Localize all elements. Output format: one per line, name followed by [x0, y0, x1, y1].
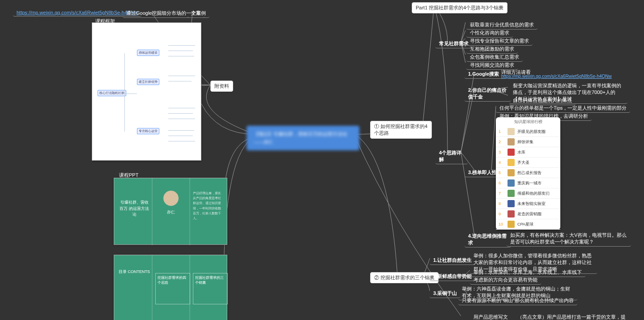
rank-row-7: 8未来智能实验室 — [496, 199, 560, 209]
ppt-title: 引爆社群、营收百万 的运营方法论 — [119, 200, 150, 218]
rank-row-2: 3水库 — [496, 147, 560, 158]
node-materials[interactable]: 附资料 — [210, 81, 233, 92]
rank-row-3: 4齐大圣 — [496, 158, 560, 168]
rank-row-6: 7傅盛和他的朋友们 — [496, 188, 560, 199]
image-framework: 核心打法随机社群 持续运营建设 建立社群优势 专注核心运营 — [92, 22, 201, 161]
rank-row-8: 9老查的营销圈 — [496, 209, 560, 219]
node-d1[interactable]: 1.Google搜索 — [465, 69, 503, 79]
node-t2-note2: 考虑新的方向会更容易有势能 — [470, 275, 541, 285]
ppt2-right: 挖掘社群需求的三个锦囊 — [193, 273, 228, 304]
node-part1[interactable]: Part1 挖掘社群需求的4个思路与3个锦囊 — [412, 2, 508, 13]
rank-row-1: 2帅张评集 — [496, 137, 560, 147]
node-d1-link[interactable]: https://mp.weixin.qq.com/s/cXa6Rwiet5gN8… — [498, 72, 615, 81]
node-t2[interactable]: 2.新鲜感自带势能 — [430, 271, 475, 281]
node-detailed[interactable]: 4个思路详解 — [435, 148, 468, 164]
node-t3-note2: 只要有源源不断的"铜山"那么就有机会持续产出内容 — [458, 295, 577, 305]
ppt-author: 亦仁 — [167, 209, 175, 215]
node-d2[interactable]: 2.你自己的痛点价值千金 — [465, 85, 511, 102]
image-ppt-2: 目录 CONTENTS 挖掘社群需求的四个思路 挖掘社群需求的三个锦囊 — [114, 255, 227, 320]
node-d4-note: 如买房，有各种解决方案：大V咨询，电视节目。那么是否可以构社群变成一个解决方案呢… — [507, 230, 631, 247]
rank-header: 知识星球排行榜 — [496, 117, 560, 127]
node-d4[interactable]: 4.逆向思维倒推需求 — [465, 231, 511, 247]
node-d3[interactable]: 3.榜单即人性 — [465, 167, 500, 177]
ppt2-left: 目录 CONTENTS — [119, 269, 150, 275]
image-ppt-1: 引爆社群、营收百万 的运营方法论 亦仁 产品经理出身，擅长从产品的角度思考社群运… — [114, 178, 227, 245]
rank-row-4: 5然己成长报告 — [496, 168, 560, 178]
image-rank: 知识星球排行榜 1开眼见的朋友圈2帅张评集3水库4齐大圣5然己成长报告6重庆购一… — [496, 117, 560, 230]
node-article[interactable]: 文章 — [188, 8, 205, 18]
rank-row-0: 1开眼见的朋友圈 — [496, 127, 560, 137]
rank-row-5: 6重庆购一城市 — [496, 178, 560, 188]
ppt2-mid: 挖掘社群需求的四个思路 — [155, 273, 190, 304]
rank-row-9: 10CPA星球 — [496, 219, 560, 230]
node-bottom-right: （亮点文章）用产品思维打造一篇干货的文章，提高个人影响力 — [514, 312, 632, 320]
node-q1[interactable]: ① 如何挖掘社群需求的4个思路 — [370, 121, 432, 139]
node-t3[interactable]: 3.采铜于山 — [430, 288, 461, 298]
node-q2[interactable]: ② 挖掘社群需求的三个锦囊 — [370, 272, 439, 283]
node-bottom-left[interactable]: 用产品思维写文章 — [470, 312, 513, 320]
mindmap-root[interactable]: 【笔记】引爆社群，营收百万的运营方法论——亦仁 — [247, 126, 359, 150]
node-t1[interactable]: 1.让社群自然发生 — [430, 255, 475, 265]
